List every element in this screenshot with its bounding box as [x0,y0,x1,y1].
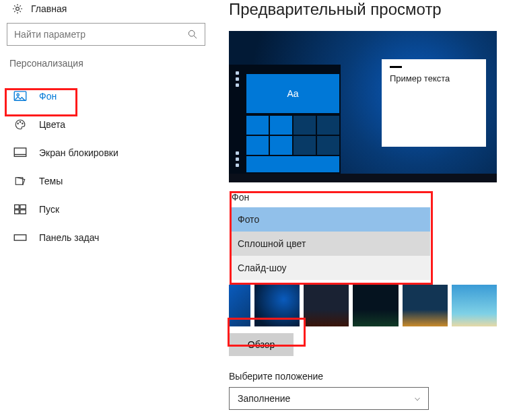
sidebar-item-label: Цвета [39,119,65,130]
sidebar-item-start[interactable]: Пуск [7,195,202,223]
search-input[interactable] [7,29,187,40]
search-icon [187,29,198,40]
svg-rect-15 [14,235,26,240]
preview-taskbar [229,174,497,182]
svg-point-4 [17,94,19,96]
start-icon [13,203,27,215]
position-value: Заполнение [238,393,290,404]
preview-note-text: Пример текста [390,73,450,83]
themes-icon [13,175,27,187]
svg-line-2 [194,36,197,38]
chevron-down-icon [413,394,421,403]
sidebar-item-label: Экран блокировки [39,147,118,158]
picture-icon [13,90,27,102]
svg-point-1 [188,30,195,36]
dropdown-option-slideshow[interactable]: Слайд-шоу [230,256,430,280]
sidebar-item-label: Фон [39,91,57,102]
lockscreen-icon [13,147,27,159]
home-label: Главная [31,3,67,14]
wallpaper-thumbnails [229,285,497,326]
preview-tile-aa: Aa [246,74,339,113]
wallpaper-thumb[interactable] [403,285,448,326]
dropdown-option-solid-color[interactable]: Сплошной цвет [230,232,430,256]
home-nav[interactable]: Главная [7,1,202,20]
preview-window: Пример текста [382,59,486,147]
svg-rect-12 [20,205,26,209]
palette-icon [13,118,27,131]
svg-rect-13 [15,210,20,214]
svg-rect-14 [20,210,26,214]
wallpaper-thumb[interactable] [353,285,398,326]
wallpaper-thumb[interactable] [304,285,349,326]
svg-rect-11 [15,205,20,209]
wallpaper-thumb[interactable] [254,285,300,326]
background-dropdown-label: Фон [229,190,431,207]
sidebar-item-lockscreen[interactable]: Экран блокировки [7,139,202,167]
search-box[interactable] [7,23,205,46]
sidebar-item-colors[interactable]: Цвета [7,110,202,139]
taskbar-icon [13,232,27,244]
position-dropdown[interactable]: Заполнение [229,387,429,410]
browse-button[interactable]: Обзор [229,333,294,356]
svg-rect-8 [14,148,26,157]
start-menu-preview: Aa [229,65,341,174]
position-label: Выберите положение [229,371,510,382]
sidebar-item-background[interactable]: Фон [7,82,202,110]
svg-point-7 [22,123,24,125]
svg-point-0 [16,7,20,11]
wallpaper-thumb[interactable] [452,285,497,326]
dropdown-option-photo[interactable]: Фото [230,207,430,232]
sidebar-item-taskbar[interactable]: Панель задач [7,223,202,252]
background-type-dropdown[interactable]: Фото Сплошной цвет Слайд-шоу [229,207,431,281]
page-title: Предварительный просмотр [229,0,510,19]
svg-point-6 [20,122,21,123]
sidebar-item-themes[interactable]: Темы [7,167,202,195]
wallpaper-thumb[interactable] [229,285,250,326]
sidebar-item-label: Пуск [39,204,59,215]
svg-point-5 [18,123,19,125]
desktop-preview: Aa Пример текста [229,31,497,182]
sidebar-item-label: Панель задач [39,232,99,243]
section-label: Персонализация [7,58,202,82]
gear-icon [11,3,24,15]
sidebar-item-label: Темы [39,176,63,186]
